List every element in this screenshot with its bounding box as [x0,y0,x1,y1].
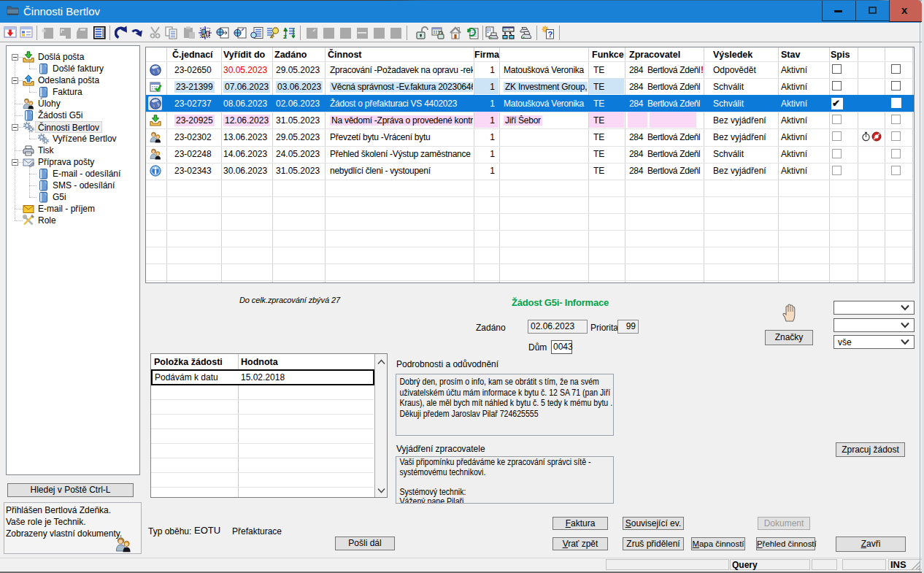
svg-text:Z: Z [283,34,287,39]
svg-text:?: ? [548,30,553,39]
